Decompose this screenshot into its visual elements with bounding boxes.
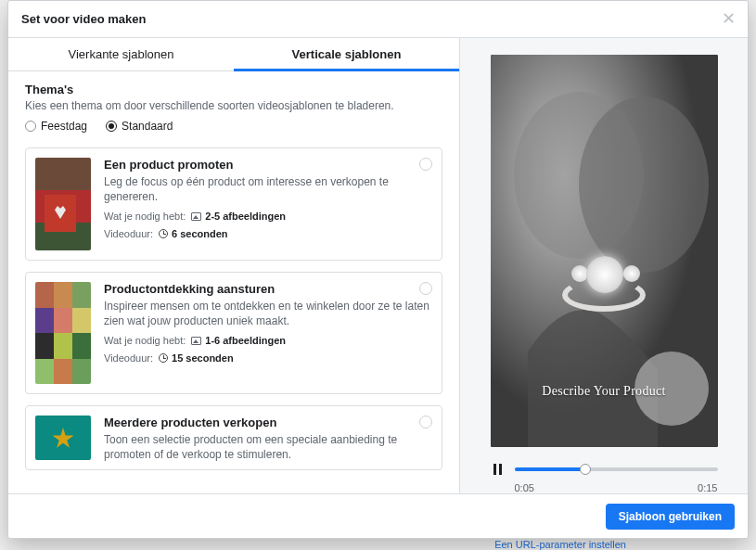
video-set-modal: Set voor video maken ✕ Vierkante sjablon…: [7, 0, 749, 539]
need-label: Wat je nodig hebt:: [104, 468, 186, 470]
seek-fill: [515, 467, 586, 471]
template-select-radio[interactable]: [419, 282, 432, 295]
modal-title: Set voor video maken: [21, 12, 146, 26]
template-description: Inspireer mensen om te ontdekken en te w…: [104, 299, 432, 328]
template-picker-pane: Vierkante sjablonen Verticale sjablonen …: [8, 38, 460, 493]
radio-label: Feestdag: [41, 120, 87, 133]
radio-label: Standaard: [122, 120, 173, 133]
close-icon: ✕: [722, 8, 736, 29]
template-card-promote-one[interactable]: Een product promoten Leg de focus op één…: [25, 147, 442, 261]
tab-vertical-templates[interactable]: Verticale sjablonen: [234, 38, 459, 70]
duration-value: 6 seconden: [172, 228, 228, 239]
template-card-multiple-products[interactable]: Meerdere producten verkopen Toon een sel…: [25, 405, 442, 470]
seek-thumb[interactable]: [580, 464, 591, 475]
theme-radio-standard[interactable]: Standaard: [106, 120, 173, 133]
modal-header: Set voor video maken ✕: [8, 1, 748, 38]
seek-bar[interactable]: [515, 467, 718, 471]
radio-icon: [106, 121, 117, 132]
theme-radio-holiday[interactable]: Feestdag: [25, 120, 87, 133]
duration-label: Videoduur:: [104, 352, 153, 364]
close-button[interactable]: ✕: [718, 8, 738, 29]
video-player-controls: [491, 462, 718, 477]
tab-label: Vierkante sjablonen: [69, 47, 174, 61]
template-description: Toon een selectie producten om een speci…: [104, 432, 432, 462]
duration-value: 15 seconden: [172, 352, 234, 364]
tab-label: Verticale sjablonen: [292, 47, 402, 61]
template-thumbnail: [35, 416, 91, 460]
template-title: Productontdekking aansturen: [104, 282, 432, 296]
image-icon: [191, 212, 201, 221]
template-list: Een product promoten Leg de focus op één…: [8, 136, 459, 493]
need-value: 1-6 afbeeldingen: [205, 335, 286, 346]
modal-footer: Sjabloon gebruiken: [8, 493, 748, 538]
need-label: Wat je nodig hebt:: [104, 335, 186, 346]
need-value: 4-7 afbeeldingen: [205, 468, 286, 470]
template-description: Leg de focus op één product om interesse…: [104, 174, 432, 204]
clock-icon: [159, 353, 168, 363]
template-thumbnail: [35, 282, 91, 384]
time-current: 0:05: [515, 482, 534, 493]
radio-icon: [25, 121, 36, 132]
theme-heading: Thema's: [25, 83, 442, 96]
theme-section: Thema's Kies een thema om door verschill…: [8, 71, 459, 136]
preview-ring-product: [544, 245, 664, 319]
template-thumbnail: [35, 158, 91, 250]
orientation-tabs: Vierkante sjablonen Verticale sjablonen: [8, 38, 459, 71]
preview-pane: Describe Your Product 0:05 0:15: [460, 38, 748, 493]
duration-label: Videoduur:: [104, 228, 153, 239]
template-select-radio[interactable]: [419, 416, 432, 428]
theme-subtitle: Kies een thema om door verschillende soo…: [25, 99, 442, 112]
clock-icon: [159, 229, 168, 238]
need-label: Wat je nodig hebt:: [104, 211, 186, 222]
preview-caption: Describe Your Product: [491, 384, 718, 399]
use-template-button[interactable]: Sjabloon gebruiken: [606, 504, 735, 530]
template-select-radio[interactable]: [419, 158, 432, 171]
video-preview[interactable]: Describe Your Product: [491, 55, 718, 447]
need-value: 2-5 afbeeldingen: [205, 211, 286, 222]
template-title: Een product promoten: [104, 158, 432, 172]
pause-button[interactable]: [491, 462, 506, 477]
background-link: Een URL-parameter instellen: [494, 539, 626, 550]
template-card-discovery[interactable]: Productontdekking aansturen Inspireer me…: [25, 272, 442, 394]
template-title: Meerdere producten verkopen: [104, 416, 432, 429]
tab-square-templates[interactable]: Vierkante sjablonen: [8, 38, 234, 70]
image-icon: [191, 337, 201, 345]
time-total: 0:15: [698, 482, 717, 493]
pause-icon: [493, 464, 502, 475]
